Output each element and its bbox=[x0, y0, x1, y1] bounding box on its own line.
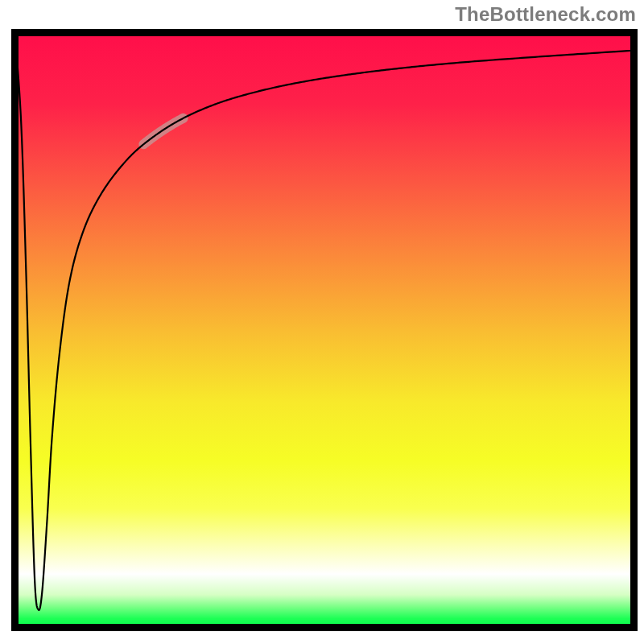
gradient-background bbox=[15, 33, 634, 628]
chart-svg bbox=[0, 0, 644, 644]
chart-stage: TheBottleneck.com bbox=[0, 0, 644, 644]
watermark-label: TheBottleneck.com bbox=[455, 3, 636, 26]
